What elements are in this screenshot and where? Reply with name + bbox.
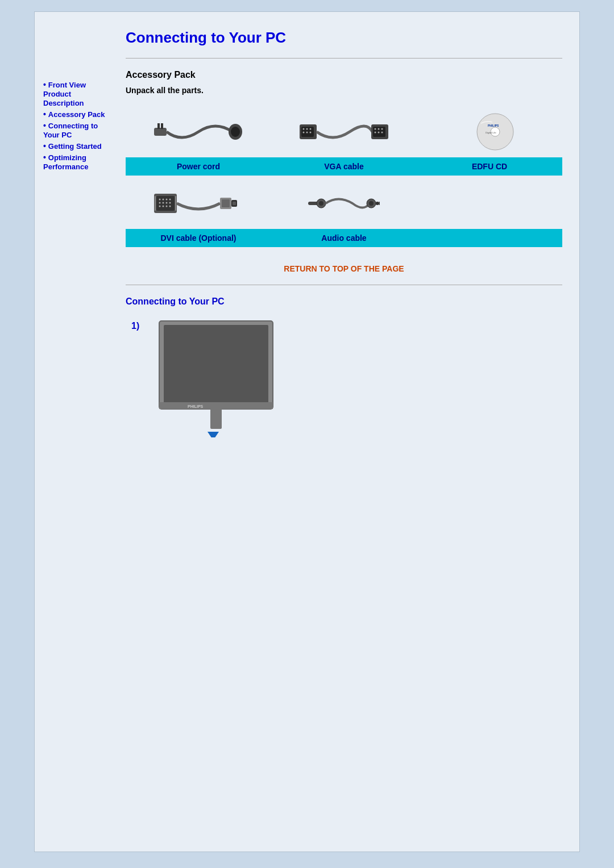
accessory-cell-empty — [417, 178, 562, 247]
svg-point-32 — [163, 202, 164, 204]
empty-image — [417, 178, 562, 229]
svg-rect-39 — [155, 196, 156, 211]
svg-rect-2 — [161, 123, 163, 129]
accessory-pack-section: Accessory Pack Unpack all the parts. — [126, 70, 562, 247]
return-link-container: RETURN TO TOP OF THE PAGE — [126, 264, 562, 273]
svg-point-35 — [159, 206, 161, 207]
sidebar-item-front-view[interactable]: Front View Product Description — [43, 80, 109, 107]
power-cord-icon — [153, 112, 244, 152]
sidebar: Front View Product Description Accessory… — [35, 12, 114, 852]
svg-point-33 — [166, 202, 168, 204]
svg-marker-58 — [208, 432, 219, 437]
svg-point-36 — [163, 206, 164, 207]
connecting-section-title: Connecting to Your PC — [126, 297, 562, 307]
sidebar-link-connecting[interactable]: Connecting to Your PC — [43, 122, 98, 139]
connecting-section: Connecting to Your PC 1) PHILIPS — [126, 297, 562, 437]
svg-point-15 — [375, 128, 376, 130]
svg-point-12 — [310, 132, 312, 133]
svg-point-48 — [319, 201, 323, 206]
svg-rect-44 — [233, 202, 236, 205]
sidebar-item-getting-started[interactable]: Getting Started — [43, 141, 109, 151]
edfu-cd-image: PHILIPS Digital Life — [417, 106, 562, 157]
svg-rect-40 — [175, 196, 176, 211]
edfu-cd-icon: PHILIPS Digital Life — [464, 112, 515, 152]
svg-point-10 — [303, 132, 305, 133]
svg-point-28 — [163, 199, 164, 201]
svg-text:PHILIPS: PHILIPS — [188, 404, 204, 408]
svg-rect-54 — [164, 325, 268, 403]
sidebar-link-getting-started[interactable]: Getting Started — [48, 142, 102, 151]
svg-point-38 — [169, 206, 171, 207]
accessory-cell-dvi-cable: DVI cable (Optional) — [126, 178, 271, 247]
svg-rect-1 — [157, 123, 160, 129]
sidebar-nav: Front View Product Description Accessory… — [43, 80, 109, 171]
svg-point-30 — [169, 199, 171, 201]
audio-cable-icon — [307, 183, 381, 223]
svg-rect-57 — [210, 409, 222, 429]
vga-cable-label: VGA cable — [271, 157, 417, 176]
sidebar-link-accessory[interactable]: Accessory Pack — [48, 110, 105, 119]
sidebar-link-front-view[interactable]: Front View Product Description — [43, 81, 86, 107]
monitor-icon: PHILIPS — [154, 318, 284, 437]
svg-point-50 — [369, 201, 374, 206]
empty-label — [417, 229, 562, 247]
accessories-row-1: Power cord — [126, 106, 562, 176]
step-1-container: 1) PHILIPS — [126, 318, 562, 437]
accessory-pack-title: Accessory Pack — [126, 70, 562, 80]
audio-cable-label: Audio cable — [271, 229, 417, 247]
dvi-cable-icon — [153, 183, 244, 223]
svg-text:Digital Life: Digital Life — [486, 131, 496, 134]
svg-point-19 — [378, 132, 380, 133]
audio-cable-image — [271, 178, 417, 229]
svg-point-34 — [169, 202, 171, 204]
accessories-row-2: DVI cable (Optional) — [126, 178, 562, 247]
svg-rect-0 — [154, 128, 167, 136]
sidebar-item-connecting[interactable]: Connecting to Your PC — [43, 121, 109, 139]
vga-cable-icon — [298, 112, 389, 152]
accessory-cell-power-cord: Power cord — [126, 106, 271, 176]
svg-point-7 — [303, 128, 305, 130]
svg-point-27 — [159, 199, 161, 201]
unpack-text: Unpack all the parts. — [126, 86, 562, 95]
return-to-top-link[interactable]: RETURN TO TOP OF THE PAGE — [284, 264, 404, 273]
svg-point-18 — [375, 132, 376, 133]
page-title: Connecting to Your PC — [126, 29, 562, 47]
svg-point-17 — [381, 128, 383, 130]
accessory-cell-vga-cable: VGA cable — [271, 106, 417, 176]
accessory-cell-audio-cable: Audio cable — [271, 178, 417, 247]
sidebar-item-accessory[interactable]: Accessory Pack — [43, 110, 109, 119]
step-1-number: 1) — [131, 321, 139, 331]
sidebar-item-performance[interactable]: Optimizing Performance — [43, 153, 109, 171]
svg-point-11 — [306, 132, 308, 133]
bottom-divider — [126, 285, 562, 285]
svg-rect-26 — [156, 196, 175, 211]
svg-text:PHILIPS: PHILIPS — [488, 124, 499, 127]
edfu-cd-label: EDFU CD — [417, 157, 562, 176]
vga-cable-image — [271, 106, 417, 157]
svg-point-20 — [381, 132, 383, 133]
monitor-illustration: PHILIPS — [154, 318, 284, 437]
top-divider — [126, 58, 562, 59]
dvi-cable-label: DVI cable (Optional) — [126, 229, 271, 247]
svg-rect-42 — [222, 199, 230, 207]
power-cord-image — [126, 106, 271, 157]
page-container: Front View Product Description Accessory… — [34, 11, 580, 852]
svg-rect-51 — [376, 202, 379, 205]
svg-rect-55 — [159, 402, 273, 409]
svg-point-4 — [231, 127, 240, 137]
svg-rect-52 — [379, 202, 380, 205]
svg-point-16 — [378, 128, 380, 130]
power-cord-label: Power cord — [126, 157, 271, 176]
svg-point-37 — [166, 206, 168, 207]
accessory-cell-edfu-cd: PHILIPS Digital Life EDFU CD — [417, 106, 562, 176]
accessories-grid: Power cord — [126, 106, 562, 247]
dvi-cable-image — [126, 178, 271, 229]
sidebar-link-performance[interactable]: Optimizing Performance — [43, 153, 88, 171]
main-content: Connecting to Your PC Accessory Pack Unp… — [114, 12, 579, 852]
svg-point-31 — [159, 202, 161, 204]
svg-point-9 — [310, 128, 312, 130]
svg-point-29 — [166, 199, 168, 201]
svg-point-8 — [306, 128, 308, 130]
